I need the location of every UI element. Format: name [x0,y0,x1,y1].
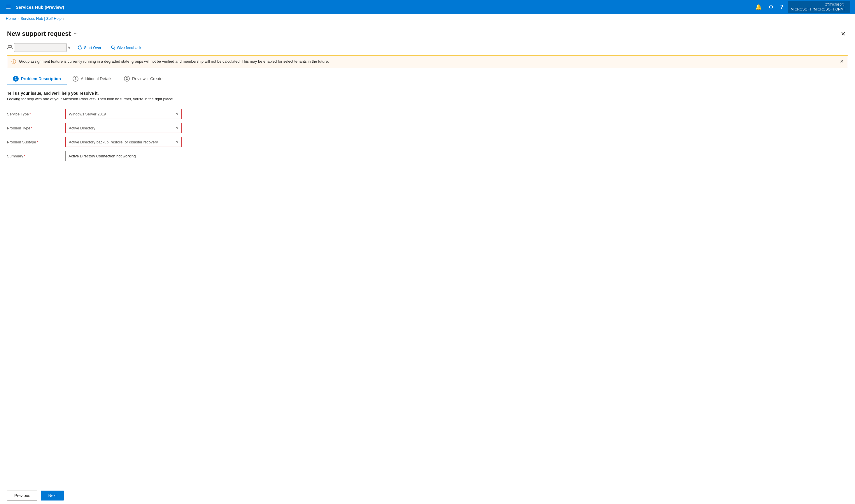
service-type-label: Service Type * [7,107,65,121]
problem-subtype-value: Active Directory backup, restore, or dis… [69,140,158,144]
problem-subtype-chevron-icon: ∨ [176,140,178,144]
alert-text: Group assignment feature is currently ru… [19,59,837,65]
bell-icon[interactable]: 🔔 [753,3,764,11]
breadcrumb-sep1: › [18,17,19,20]
group-select-input[interactable] [14,43,67,52]
service-type-dropdown[interactable]: Windows Server 2019 ∨ [65,109,182,119]
problem-type-field: Active Directory ∨ [65,121,211,135]
topbar-title: Services Hub (Preview) [16,5,749,10]
user-account[interactable]: :@microsoft.... MICROSOFT (MICROSOFT.ONM… [788,1,850,13]
main-content: New support request ··· ✕ ∨ Start Over [0,23,855,504]
start-over-button[interactable]: Start Over [75,44,104,51]
topbar-icons: 🔔 ⚙ ? :@microsoft.... MICROSOFT (MICROSO… [753,1,850,13]
breadcrumb-selfhelp[interactable]: Services Hub | Self Help [20,16,61,21]
service-type-required: * [30,112,31,116]
tab-review-create[interactable]: 3 Review + Create [118,73,168,85]
summary-required: * [24,154,25,158]
bottom-nav: Previous Next [0,487,855,504]
form-intro: Tell us your issue, and we'll help you r… [7,91,848,101]
summary-input[interactable] [65,151,182,161]
svg-point-1 [10,46,12,47]
problem-type-dropdown[interactable]: Active Directory ∨ [65,123,182,133]
tab-circle-3: 3 [124,76,130,82]
settings-icon[interactable]: ⚙ [766,3,776,11]
breadcrumb: Home › Services Hub | Self Help › [0,14,855,23]
hamburger-icon[interactable]: ☰ [5,2,12,12]
svg-point-0 [8,46,10,47]
start-over-icon [77,45,82,50]
alert-banner: ⓘ Group assignment feature is currently … [7,55,848,68]
form-intro-sub: Looking for help with one of your Micros… [7,97,848,101]
alert-close-button[interactable]: ✕ [840,59,844,64]
tab-label-problem-description: Problem Description [21,76,61,81]
problem-type-required: * [31,126,32,130]
breadcrumb-sep2: › [63,17,65,20]
problem-subtype-label: Problem Subtype * [7,135,65,149]
tab-additional-details[interactable]: 2 Additional Details [67,73,118,85]
service-type-value: Windows Server 2019 [69,112,106,116]
problem-subtype-dropdown[interactable]: Active Directory backup, restore, or dis… [65,137,182,147]
page-title-row: New support request ··· ✕ [7,29,848,38]
help-icon[interactable]: ? [778,3,786,11]
user-line1: :@microsoft.... [791,2,848,7]
tabs-container: 1 Problem Description 2 Additional Detai… [7,73,848,85]
summary-label: Summary * [7,149,65,163]
problem-type-value: Active Directory [69,126,95,130]
give-feedback-button[interactable]: Give feedback [108,44,143,51]
group-icon [7,44,13,50]
form-grid: Service Type * Windows Server 2019 ∨ Pro… [7,107,211,163]
give-feedback-label: Give feedback [117,46,141,50]
page-title-ellipsis[interactable]: ··· [74,31,77,36]
problem-subtype-field: Active Directory backup, restore, or dis… [65,135,211,149]
tab-circle-1: 1 [13,76,19,82]
tab-label-additional-details: Additional Details [81,76,112,81]
user-line2: MICROSOFT (MICROSOFT.ONMI... [791,7,848,12]
service-type-chevron-icon: ∨ [176,112,178,116]
problem-type-label: Problem Type * [7,121,65,135]
alert-icon: ⓘ [11,59,16,65]
group-chevron-icon[interactable]: ∨ [68,45,71,50]
problem-subtype-required: * [37,140,38,144]
tab-label-review-create: Review + Create [132,76,162,81]
topbar: ☰ Services Hub (Preview) 🔔 ⚙ ? :@microso… [0,0,855,14]
service-type-field: Windows Server 2019 ∨ [65,107,211,121]
start-over-label: Start Over [84,46,101,50]
tab-circle-2: 2 [73,76,78,82]
problem-type-chevron-icon: ∨ [176,126,178,130]
close-button[interactable]: ✕ [838,29,848,38]
feedback-icon [110,45,115,50]
form-intro-title: Tell us your issue, and we'll help you r… [7,91,848,96]
breadcrumb-home[interactable]: Home [6,16,16,21]
previous-button[interactable]: Previous [7,491,37,501]
group-select-container: ∨ [7,43,71,52]
page-title: New support request [7,30,71,38]
summary-field [65,149,211,163]
toolbar: ∨ Start Over Give feedback [7,43,848,52]
page-title-group: New support request ··· [7,30,77,38]
next-button[interactable]: Next [41,491,64,501]
tab-problem-description[interactable]: 1 Problem Description [7,73,67,85]
